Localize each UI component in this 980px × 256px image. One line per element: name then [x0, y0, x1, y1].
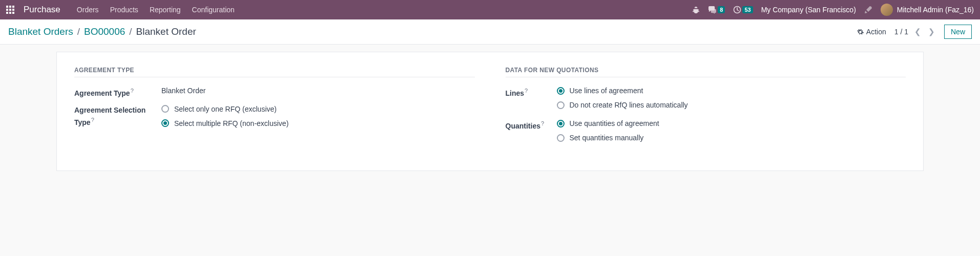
nav-configuration[interactable]: Configuration	[192, 6, 235, 14]
radio-use-lines[interactable]: Use lines of agreement	[557, 87, 906, 95]
field-selection-type: Agreement Selection Type? Select only on…	[74, 105, 475, 128]
radio-select-exclusive[interactable]: Select only one RFQ (exclusive)	[161, 105, 475, 113]
radio-icon	[557, 87, 565, 95]
user-name: Mitchell Admin (Faz_16)	[897, 6, 974, 14]
radio-icon	[161, 119, 169, 127]
company-name[interactable]: My Company (San Francisco)	[761, 6, 856, 14]
navbar-right: 8 53 My Company (San Francisco) Mitchell…	[692, 4, 974, 16]
toolbar: Blanket Orders / BO00006 / Blanket Order…	[0, 19, 980, 45]
radio-group-selection: Select only one RFQ (exclusive) Select m…	[161, 105, 475, 127]
help-icon[interactable]: ?	[525, 88, 528, 94]
field-agreement-type: Agreement Type? Blanket Order	[74, 87, 475, 99]
radio-manual-quantities[interactable]: Set quantities manually	[557, 134, 906, 142]
section-agreement-type: AGREEMENT TYPE	[74, 67, 475, 77]
nav-reporting[interactable]: Reporting	[150, 6, 181, 14]
messages-badge: 8	[718, 6, 725, 13]
new-button[interactable]: New	[944, 25, 972, 39]
label-agreement-type: Agreement Type?	[74, 87, 156, 99]
field-quantities: Quantities? Use quantities of agreement …	[506, 119, 906, 142]
form-columns: AGREEMENT TYPE Agreement Type? Blanket O…	[74, 67, 906, 148]
section-data-quotations: DATA FOR NEW QUOTATIONS	[506, 67, 906, 77]
activities-badge: 53	[742, 6, 753, 13]
pager: 1 / 1 ❮ ❯	[894, 27, 936, 36]
radio-icon	[557, 120, 565, 127]
radio-no-lines[interactable]: Do not create RfQ lines automatically	[557, 101, 906, 109]
breadcrumb-sep: /	[129, 26, 132, 37]
col-left: AGREEMENT TYPE Agreement Type? Blanket O…	[74, 67, 475, 148]
radio-icon	[557, 134, 565, 142]
help-icon[interactable]: ?	[541, 120, 544, 126]
crumb-bo-number[interactable]: BO00006	[84, 26, 125, 37]
avatar	[881, 4, 893, 16]
pager-next[interactable]: ❯	[927, 27, 936, 36]
radio-group-lines: Use lines of agreement Do not create RfQ…	[557, 87, 906, 109]
navbar-left: Purchase Orders Products Reporting Confi…	[6, 5, 235, 15]
messages-icon[interactable]: 8	[708, 6, 725, 14]
radio-group-quantities: Use quantities of agreement Set quantiti…	[557, 119, 906, 142]
value-agreement-type: Blanket Order	[161, 87, 475, 95]
debug-icon[interactable]	[692, 6, 700, 14]
navbar: Purchase Orders Products Reporting Confi…	[0, 0, 980, 19]
nav-menu: Orders Products Reporting Configuration	[77, 6, 235, 14]
form-card: AGREEMENT TYPE Agreement Type? Blanket O…	[56, 52, 924, 171]
help-icon[interactable]: ?	[131, 88, 134, 94]
crumb-current: Blanket Order	[136, 26, 196, 37]
label-selection-type: Agreement Selection Type?	[74, 105, 156, 128]
label-quantities: Quantities?	[506, 119, 552, 132]
radio-icon	[161, 105, 169, 113]
nav-orders[interactable]: Orders	[77, 6, 99, 14]
toolbar-right: Action 1 / 1 ❮ ❯ New	[857, 25, 972, 39]
app-name[interactable]: Purchase	[24, 5, 60, 15]
user-menu[interactable]: Mitchell Admin (Faz_16)	[881, 4, 974, 16]
radio-use-quantities[interactable]: Use quantities of agreement	[557, 119, 906, 127]
breadcrumb: Blanket Orders / BO00006 / Blanket Order	[8, 26, 196, 37]
action-button[interactable]: Action	[857, 28, 886, 36]
crumb-blanket-orders[interactable]: Blanket Orders	[8, 26, 73, 37]
radio-select-non-exclusive[interactable]: Select multiple RFQ (non-exclusive)	[161, 119, 475, 127]
radio-icon	[557, 101, 565, 109]
nav-products[interactable]: Products	[110, 6, 138, 14]
content: AGREEMENT TYPE Agreement Type? Blanket O…	[0, 45, 980, 197]
field-lines: Lines? Use lines of agreement Do not cre…	[506, 87, 906, 109]
breadcrumb-sep: /	[77, 26, 80, 37]
gear-icon	[857, 29, 864, 35]
label-lines: Lines?	[506, 87, 552, 99]
action-label: Action	[866, 28, 886, 36]
pager-prev[interactable]: ❮	[913, 27, 922, 36]
tools-icon[interactable]	[864, 6, 872, 14]
activities-icon[interactable]: 53	[733, 6, 753, 14]
pager-text: 1 / 1	[894, 28, 908, 36]
help-icon[interactable]: ?	[91, 117, 94, 123]
col-right: DATA FOR NEW QUOTATIONS Lines? Use lines…	[506, 67, 906, 148]
apps-icon[interactable]	[6, 6, 14, 14]
